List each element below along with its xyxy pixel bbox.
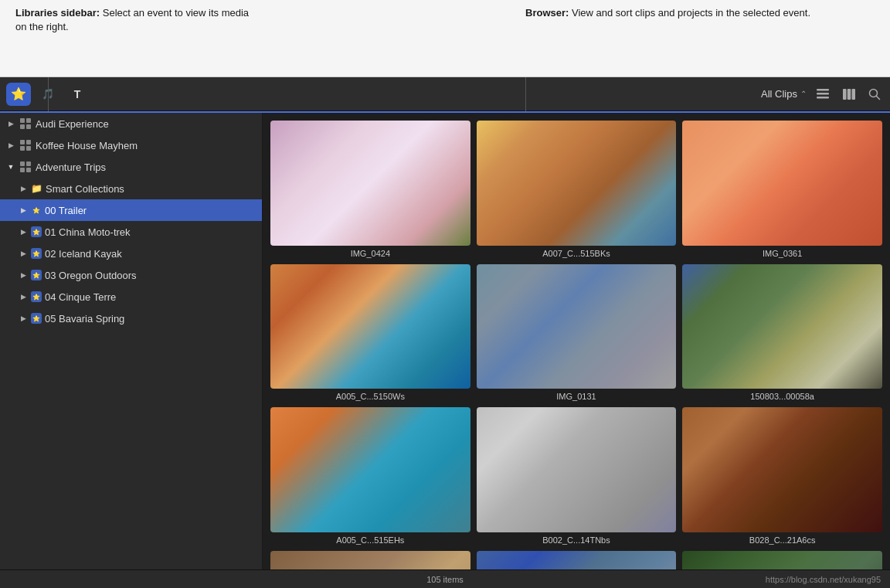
media-item-a005c1[interactable]: A005_C...5150Ws bbox=[270, 264, 470, 402]
sidebar-item-audi[interactable]: ▶ Audi Experience bbox=[0, 113, 262, 134]
sidebar-item-label-koffee: Koffee House Mayhem bbox=[36, 140, 256, 151]
sidebar-item-label-smart: Smart Collections bbox=[46, 183, 256, 195]
sidebar-item-smart-collections[interactable]: ▶ 📁 Smart Collections bbox=[0, 178, 262, 199]
media-item-item150803[interactable]: 150803...00058a bbox=[682, 264, 882, 402]
media-item-a005c2[interactable]: A005_C...515EHs bbox=[270, 407, 470, 545]
sidebar: ▶ Audi Experience ▶ bbox=[0, 113, 263, 569]
media-label-img0361: IMG_0361 bbox=[682, 249, 882, 258]
media-item-img0361[interactable]: IMG_0361 bbox=[682, 121, 882, 258]
chevron-icon-bavaria: ▶ bbox=[19, 314, 28, 323]
chevron-icon-cinque: ▶ bbox=[19, 292, 28, 301]
sidebar-item-oregon[interactable]: ▶ ⭐ 03 Oregon Outdoors bbox=[0, 264, 262, 286]
media-item-cliffs[interactable] bbox=[477, 551, 677, 569]
media-grid: IMG_0424A007_C...515BKsIMG_0361A005_C...… bbox=[270, 121, 882, 569]
media-item-b028c[interactable]: B028_C...21A6cs bbox=[682, 407, 882, 545]
svg-rect-1 bbox=[817, 93, 829, 95]
sidebar-item-bavaria[interactable]: ▶ ⭐ 05 Bavaria Spring bbox=[0, 308, 262, 329]
media-thumb-rider bbox=[682, 551, 882, 569]
media-item-a007c[interactable]: A007_C...515BKs bbox=[477, 121, 677, 258]
media-label-b002c: B002_C...14TNbs bbox=[477, 535, 677, 545]
annotation-left-title: Libraries sidebar: bbox=[15, 7, 100, 19]
toolbar: ⭐ 🎵 T All Clips ⌃ bbox=[0, 77, 890, 111]
star-icon-bavaria: ⭐ bbox=[31, 313, 42, 324]
grid-icon-koffee bbox=[19, 138, 32, 152]
svg-rect-4 bbox=[848, 89, 851, 100]
status-item-count: 105 items bbox=[426, 575, 464, 584]
chevron-icon-china: ▶ bbox=[19, 227, 28, 236]
media-label-item150803: 150803...00058a bbox=[682, 392, 882, 401]
search-button[interactable] bbox=[865, 85, 884, 104]
svg-rect-15 bbox=[26, 146, 31, 151]
svg-rect-3 bbox=[843, 89, 847, 100]
grid-icon-audi bbox=[19, 117, 32, 131]
media-item-img0131[interactable]: IMG_0131 bbox=[477, 264, 677, 402]
media-thumb-a007c bbox=[477, 121, 677, 246]
media-label-img0131: IMG_0131 bbox=[477, 392, 677, 401]
media-thumb-b002c bbox=[477, 407, 677, 532]
media-thumb-img0361 bbox=[682, 121, 882, 246]
svg-rect-11 bbox=[26, 124, 31, 129]
annotation-bar: Libraries sidebar: Select an event to vi… bbox=[0, 0, 890, 77]
app-container: ⭐ 🎵 T All Clips ⌃ bbox=[0, 77, 890, 588]
sidebar-item-china[interactable]: ▶ ⭐ 01 China Moto-trek bbox=[0, 221, 262, 243]
libraries-icon: ⭐ bbox=[11, 87, 26, 101]
svg-rect-17 bbox=[26, 161, 31, 166]
libraries-tab-button[interactable]: ⭐ bbox=[6, 83, 31, 106]
star-icon-china: ⭐ bbox=[31, 226, 42, 237]
svg-rect-12 bbox=[20, 140, 25, 144]
sidebar-item-label-iceland: 02 Iceland Kayak bbox=[45, 248, 256, 260]
grid-icon-adventure bbox=[19, 160, 32, 174]
svg-rect-16 bbox=[20, 161, 25, 166]
annotation-left: Libraries sidebar: Select an event to vi… bbox=[15, 6, 263, 34]
sidebar-item-koffee[interactable]: ▶ Koffee House Mayhem bbox=[0, 134, 262, 156]
media-label-a005c2: A005_C...515EHs bbox=[270, 535, 470, 545]
media-thumb-cliffs bbox=[477, 551, 677, 569]
chevron-icon-audi: ▶ bbox=[6, 119, 15, 128]
media-item-b002c[interactable]: B002_C...14TNbs bbox=[477, 407, 677, 545]
chevron-icon-iceland: ▶ bbox=[19, 249, 28, 258]
media-label-img0424: IMG_0424 bbox=[270, 249, 470, 258]
sidebar-item-label-audi: Audi Experience bbox=[36, 118, 256, 130]
chevron-icon-koffee: ▶ bbox=[6, 141, 15, 150]
chevron-icon-smart: ▶ bbox=[19, 184, 28, 193]
annotation-right-desc: View and sort clips and projects in the … bbox=[572, 7, 810, 19]
media-item-rider[interactable] bbox=[682, 551, 882, 569]
list-view-button[interactable] bbox=[813, 86, 833, 103]
annotation-divider-right bbox=[525, 77, 526, 111]
filmstrip-view-button[interactable] bbox=[839, 86, 859, 103]
toolbar-right: All Clips ⌃ bbox=[761, 85, 884, 104]
media-item-img0424[interactable]: IMG_0424 bbox=[270, 121, 470, 258]
annotation-right-title: Browser: bbox=[525, 7, 569, 19]
svg-rect-8 bbox=[20, 118, 25, 123]
sidebar-item-label-cinque: 04 Cinque Terre bbox=[45, 291, 256, 303]
svg-rect-14 bbox=[20, 146, 25, 151]
chevron-icon-oregon: ▶ bbox=[19, 270, 28, 280]
svg-rect-19 bbox=[26, 168, 31, 172]
clips-filter-arrow: ⌃ bbox=[800, 90, 807, 98]
svg-rect-10 bbox=[20, 124, 25, 129]
status-bar: 105 items https://blog.csdn.net/xukang95 bbox=[0, 569, 890, 588]
clips-filter-selector[interactable]: All Clips ⌃ bbox=[761, 88, 807, 100]
chevron-icon-trailer: ▶ bbox=[19, 206, 28, 215]
annotation-right: Browser: View and sort clips and project… bbox=[263, 6, 875, 20]
svg-rect-0 bbox=[817, 89, 829, 91]
sidebar-item-cinque[interactable]: ▶ ⭐ 04 Cinque Terre bbox=[0, 286, 262, 308]
chevron-icon-adventure: ▼ bbox=[6, 162, 15, 172]
folder-icon-smart: 📁 bbox=[31, 183, 42, 194]
svg-rect-2 bbox=[817, 97, 829, 99]
sidebar-item-trailer[interactable]: ▶ ⭐ 00 Trailer bbox=[0, 199, 262, 221]
annotation-divider-left bbox=[48, 77, 49, 111]
media-thumb-img0131 bbox=[477, 264, 677, 389]
sidebar-item-adventure[interactable]: ▼ Adventure Trips bbox=[0, 156, 262, 178]
status-url: https://blog.csdn.net/xukang95 bbox=[766, 575, 881, 584]
main-content: ▶ Audi Experience ▶ bbox=[0, 113, 890, 569]
sidebar-item-iceland[interactable]: ▶ ⭐ 02 Iceland Kayak bbox=[0, 243, 262, 264]
media-thumb-img0424 bbox=[270, 121, 470, 246]
clips-filter-label: All Clips bbox=[761, 88, 797, 100]
media-thumb-a005c2 bbox=[270, 407, 470, 532]
svg-rect-13 bbox=[26, 140, 31, 144]
star-icon-cinque: ⭐ bbox=[31, 291, 42, 302]
media-thumb-a005c1 bbox=[270, 264, 470, 389]
titles-tab-button[interactable]: T bbox=[65, 83, 90, 106]
media-item-dining[interactable] bbox=[270, 551, 470, 569]
